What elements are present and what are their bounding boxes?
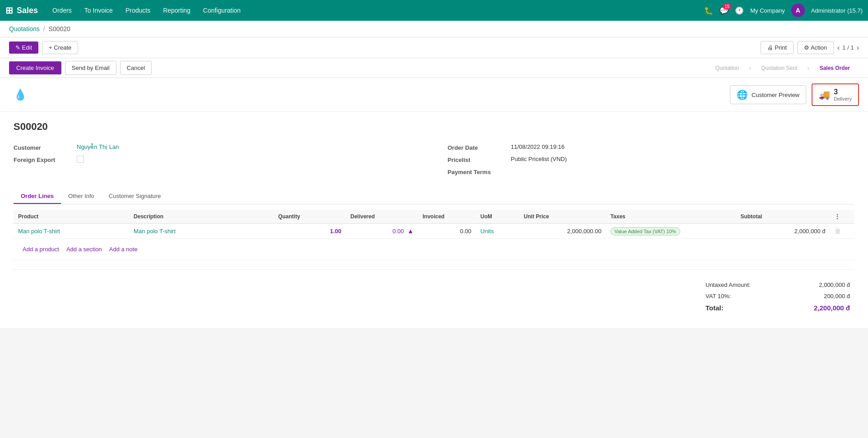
customer-row: Customer Nguyễn Thị Lan (14, 143, 421, 151)
form-left-col: Customer Nguyễn Thị Lan Foreign Export (14, 143, 421, 180)
th-taxes: Taxes (606, 210, 736, 224)
toolbar: ✎ Edit + Create 🖨 Print ⚙ Action ‹ 1 / 1… (0, 37, 868, 58)
main-menu: Orders To Invoice Products Reporting Con… (47, 4, 695, 17)
totals-table: Untaxed Amount: 2,000,000 đ VAT 10%: 200… (701, 279, 854, 314)
tabs: Order Lines Other Info Customer Signatur… (14, 189, 854, 204)
menu-configuration[interactable]: Configuration (198, 4, 246, 17)
payment-terms-label: Payment Terms (448, 168, 511, 175)
th-description: Description (129, 210, 274, 224)
tab-customer-signature[interactable]: Customer Signature (102, 189, 168, 204)
app-name: Sales (17, 6, 38, 15)
graph-icon: ▲ (407, 227, 413, 235)
uom-link[interactable]: Units (480, 228, 494, 235)
step-quotation: Quotation (706, 62, 748, 74)
page-indicator: 1 / 1 (842, 44, 854, 51)
foreign-export-row: Foreign Export (14, 156, 421, 164)
add-section-link[interactable]: Add a section (66, 246, 102, 253)
customer-label: Customer (14, 143, 77, 151)
th-delivered: Delivered (346, 210, 418, 224)
prev-page-button[interactable]: ‹ (837, 44, 840, 52)
breadcrumb-current: S00020 (49, 25, 70, 32)
pricelist-label: Pricelist (448, 156, 511, 163)
menu-to-invoice[interactable]: To Invoice (79, 4, 118, 17)
action-button[interactable]: ⚙ Action (797, 41, 834, 54)
add-links: Add a product Add a section Add a note (18, 242, 850, 256)
delivery-button[interactable]: 🚚 3 Delivery (812, 83, 859, 106)
vat-label: VAT 10%: (702, 291, 784, 301)
foreign-export-checkbox[interactable] (77, 156, 84, 163)
td-invoiced: 0.00 (418, 224, 476, 239)
company-name: My Company (750, 7, 785, 14)
add-links-row: Add a product Add a section Add a note (14, 239, 854, 260)
vat-value: 200,000 đ (785, 291, 854, 301)
tab-other-info[interactable]: Other Info (61, 189, 102, 204)
form-columns: Customer Nguyễn Thị Lan Foreign Export O… (14, 143, 854, 180)
delivery-label: Delivery (834, 96, 852, 101)
chat-badge: 15 (723, 4, 731, 9)
order-date-row: Order Date 11/08/2022 09:19:16 (448, 143, 855, 151)
clock-icon[interactable]: 🕐 (735, 6, 744, 15)
chat-icon[interactable]: 💬 15 (719, 6, 729, 15)
form-area: S00020 Customer Nguyễn Thị Lan Foreign E… (0, 112, 868, 269)
step-sales-order: Sales Order (811, 62, 859, 74)
foreign-export-value (77, 156, 84, 164)
total-label: Total: (702, 302, 784, 314)
breadcrumb-separator: / (43, 25, 45, 32)
menu-orders[interactable]: Orders (47, 4, 77, 17)
delivery-count: 3 (834, 88, 852, 96)
step-arrow-2: › (807, 64, 809, 72)
breadcrumb: Quotations / S00020 (0, 21, 868, 37)
create-invoice-button[interactable]: Create Invoice (9, 61, 61, 74)
payment-terms-row: Payment Terms (448, 168, 855, 175)
next-page-button[interactable]: › (857, 44, 859, 52)
td-delete: 🗑 (830, 224, 855, 239)
total-row: Total: 2,200,000 đ (702, 302, 854, 314)
total-value: 2,200,000 đ (785, 302, 854, 314)
menu-reporting[interactable]: Reporting (158, 4, 196, 17)
tab-order-lines[interactable]: Order Lines (14, 189, 61, 204)
customer-link[interactable]: Nguyễn Thị Lan (77, 143, 119, 150)
status-steps: Quotation › Quotation Sent › Sales Order (706, 62, 859, 74)
form-right-col: Order Date 11/08/2022 09:19:16 Pricelist… (448, 143, 855, 180)
print-button[interactable]: 🖨 Print (761, 41, 794, 54)
bug-icon[interactable]: 🐛 (704, 6, 713, 15)
untaxed-value: 2,000,000 đ (785, 280, 854, 290)
td-unit-price: 2,000,000.00 (519, 224, 606, 239)
vat-row: VAT 10%: 200,000 đ (702, 291, 854, 301)
foreign-export-label: Foreign Export (14, 156, 77, 163)
product-link[interactable]: Man polo T-shirt (18, 228, 60, 235)
top-right-actions: 🐛 💬 15 🕐 My Company A Administrator (15.… (704, 4, 863, 17)
order-date-value: 11/08/2022 09:19:16 (511, 143, 565, 150)
avatar[interactable]: A (791, 4, 805, 17)
cancel-button[interactable]: Cancel (120, 61, 152, 75)
table-row: Man polo T-shirt Man polo T-shirt 1.00 0… (14, 224, 854, 239)
globe-icon: 🌐 (737, 89, 748, 100)
th-invoiced: Invoiced (418, 210, 476, 224)
create-button[interactable]: + Create (42, 41, 78, 54)
app-brand[interactable]: ⊞ Sales (5, 5, 38, 16)
action-bar: Create Invoice Send by Email Cancel Quot… (0, 58, 868, 78)
order-date-label: Order Date (448, 143, 511, 151)
untaxed-label: Untaxed Amount: (702, 280, 784, 290)
order-id: S00020 (14, 121, 854, 133)
delete-row-button[interactable]: 🗑 (835, 227, 841, 235)
send-email-button[interactable]: Send by Email (65, 61, 116, 75)
drop-icon: 💧 (14, 88, 27, 101)
edit-button[interactable]: ✎ Edit (9, 41, 38, 54)
th-unit-price: Unit Price (519, 210, 606, 224)
td-delivered: 0.00 ▲ (346, 224, 418, 239)
th-uom: UoM (476, 210, 519, 224)
td-description: Man polo T-shirt (129, 224, 274, 239)
add-note-link[interactable]: Add a note (109, 246, 138, 253)
top-navigation: ⊞ Sales Orders To Invoice Products Repor… (0, 0, 868, 21)
add-product-link[interactable]: Add a product (23, 246, 59, 253)
customer-preview-button[interactable]: 🌐 Customer Preview (730, 85, 806, 104)
td-taxes: Value Added Tax (VAT) 10% (606, 224, 736, 239)
pricelist-row: Pricelist Public Pricelist (VND) (448, 156, 855, 163)
page-navigation: ‹ 1 / 1 › (837, 44, 859, 52)
th-quantity: Quantity (274, 210, 346, 224)
description-link[interactable]: Man polo T-shirt (134, 228, 176, 235)
breadcrumb-parent[interactable]: Quotations (9, 25, 40, 32)
menu-products[interactable]: Products (120, 4, 156, 17)
step-quotation-sent: Quotation Sent (752, 62, 806, 74)
